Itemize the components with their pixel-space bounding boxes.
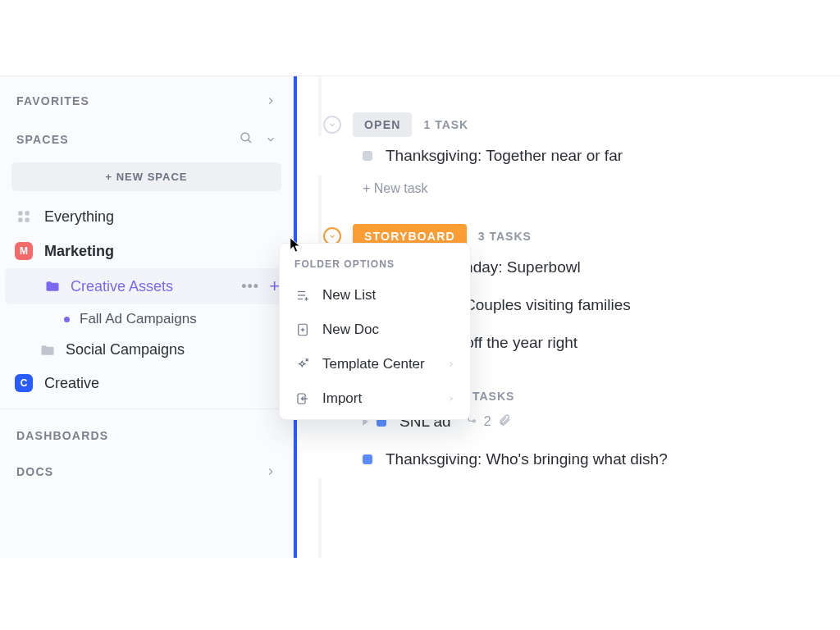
menu-label: Import: [322, 390, 362, 407]
more-icon[interactable]: •••: [241, 278, 259, 295]
folder-creative-assets[interactable]: Creative Assets ••• +: [5, 268, 288, 304]
chevron-down-icon[interactable]: [265, 134, 276, 145]
search-icon[interactable]: [239, 130, 253, 148]
dashboards-header[interactable]: DASHBOARDS: [0, 418, 293, 454]
menu-item-import[interactable]: Import: [280, 381, 470, 416]
attachment-icon[interactable]: [498, 413, 511, 430]
list-bullet-icon: [64, 317, 70, 322]
svg-rect-5: [25, 218, 30, 222]
chevron-right-icon: [447, 390, 455, 407]
svg-rect-3: [25, 211, 30, 215]
task-title: Thanksgiving: Who's bringing what dish?: [386, 450, 668, 468]
menu-item-new-doc[interactable]: New Doc: [280, 313, 470, 347]
group-header[interactable]: OPEN 1 TASK: [323, 112, 840, 137]
menu-label: Template Center: [322, 356, 425, 372]
space-name: Creative: [44, 375, 278, 392]
dashboards-label: DASHBOARDS: [16, 429, 108, 442]
status-square-icon[interactable]: [363, 151, 372, 161]
svg-point-7: [472, 420, 475, 422]
menu-item-new-list[interactable]: New List: [280, 278, 470, 313]
folder-options-popover: FOLDER OPTIONS New List New Doc Template…: [279, 243, 471, 420]
sidebar: FAVORITES SPACES + NEW SPACE: [0, 76, 294, 558]
svg-line-1: [248, 139, 251, 143]
favorites-header[interactable]: FAVORITES: [0, 83, 293, 119]
list-label: Fall Ad Campaigns: [80, 311, 197, 327]
folder-icon: [44, 278, 61, 294]
sparkle-icon: [294, 357, 311, 372]
grid-icon: [15, 208, 33, 226]
chevron-right-icon: [447, 356, 455, 372]
space-row-creative[interactable]: C Creative: [0, 366, 293, 400]
everything-label: Everything: [44, 208, 278, 226]
collapse-toggle-icon[interactable]: [323, 116, 341, 134]
svg-rect-2: [18, 211, 22, 215]
new-space-button[interactable]: + NEW SPACE: [11, 162, 281, 191]
task-row[interactable]: Thanksgiving: Together near or far: [308, 137, 840, 175]
divider: [0, 409, 293, 409]
folder-label: Social Campaigns: [66, 341, 278, 358]
folder-social-campaigns[interactable]: Social Campaigns: [0, 334, 293, 366]
chevron-right-icon: [265, 95, 276, 107]
folder-icon: [39, 342, 56, 358]
space-row-marketing[interactable]: M Marketing: [0, 234, 293, 268]
space-avatar-creative: C: [15, 374, 33, 392]
folder-label: Creative Assets: [71, 278, 231, 295]
task-count: TASKS: [472, 390, 514, 403]
new-task-button[interactable]: + New task: [308, 175, 840, 196]
task-title: Thanksgiving: Together near or far: [386, 147, 623, 165]
everything-row[interactable]: Everything: [0, 199, 293, 234]
svg-point-0: [241, 133, 249, 141]
group-header[interactable]: TASKS: [472, 390, 840, 403]
popover-title: FOLDER OPTIONS: [280, 252, 470, 278]
list-icon: [294, 288, 311, 303]
task-row[interactable]: Thanksgiving: Who's bringing what dish?: [308, 441, 840, 478]
task-count: 3 TASKS: [478, 230, 532, 243]
doc-icon: [294, 322, 311, 337]
space-avatar-marketing: M: [15, 242, 33, 260]
task-count: 1 TASK: [423, 118, 468, 131]
list-fall-ad-campaigns[interactable]: Fall Ad Campaigns: [0, 304, 293, 334]
menu-label: New List: [322, 287, 376, 304]
spaces-label: SPACES: [16, 133, 69, 146]
chevron-right-icon: [265, 466, 276, 477]
subtask-count: 2: [484, 414, 491, 429]
status-square-icon[interactable]: [363, 454, 372, 464]
svg-rect-4: [18, 218, 22, 222]
menu-label: New Doc: [322, 322, 379, 338]
spaces-header[interactable]: SPACES: [0, 119, 293, 159]
import-icon: [294, 391, 311, 406]
docs-header[interactable]: DOCS: [0, 454, 293, 490]
space-name: Marketing: [44, 243, 278, 260]
status-pill[interactable]: OPEN: [353, 112, 412, 137]
favorites-label: FAVORITES: [16, 94, 89, 107]
docs-label: DOCS: [16, 465, 53, 478]
menu-item-template-center[interactable]: Template Center: [280, 347, 470, 381]
status-group-open: OPEN 1 TASK Thanksgiving: Together near …: [308, 112, 840, 196]
cursor-icon: [289, 236, 304, 258]
